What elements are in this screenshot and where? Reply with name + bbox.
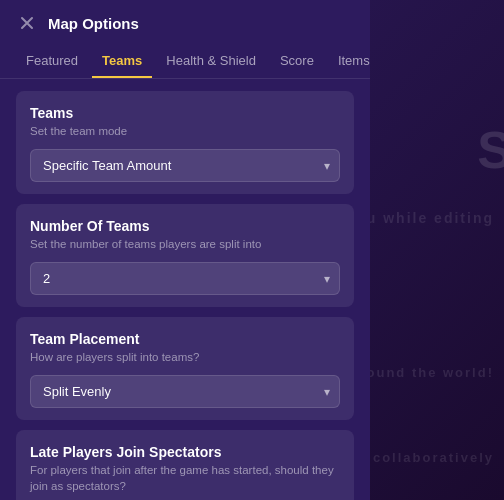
bg-text-1: S [477, 120, 504, 180]
tabs-bar: Featured Teams Health & Shield Score Ite… [0, 44, 370, 79]
teams-select-wrapper: Specific Team Amount No Teams Auto ▾ [30, 149, 340, 182]
teams-title: Teams [30, 105, 340, 121]
panel-title: Map Options [48, 15, 139, 32]
team-placement-select-wrapper: Split Evenly Random Manual ▾ [30, 375, 340, 408]
late-players-section: Late Players Join Spectators For players… [16, 430, 354, 500]
tab-featured[interactable]: Featured [16, 45, 88, 78]
number-of-teams-select-wrapper: 1 2 3 4 ▾ [30, 262, 340, 295]
number-of-teams-section: Number Of Teams Set the number of teams … [16, 204, 354, 307]
tab-items[interactable]: Items [328, 45, 370, 78]
teams-section: Teams Set the team mode Specific Team Am… [16, 91, 354, 194]
team-placement-subtitle: How are players split into teams? [30, 349, 340, 365]
number-of-teams-select[interactable]: 1 2 3 4 [30, 262, 340, 295]
tab-teams[interactable]: Teams [92, 45, 152, 78]
teams-subtitle: Set the team mode [30, 123, 340, 139]
team-placement-select[interactable]: Split Evenly Random Manual [30, 375, 340, 408]
close-button[interactable] [16, 12, 38, 34]
late-players-subtitle: For players that join after the game has… [30, 462, 340, 494]
team-placement-section: Team Placement How are players split int… [16, 317, 354, 420]
team-placement-title: Team Placement [30, 331, 340, 347]
tab-score[interactable]: Score [270, 45, 324, 78]
panel-body: Teams Set the team mode Specific Team Am… [0, 79, 370, 500]
map-options-panel: Map Options Featured Teams Health & Shie… [0, 0, 370, 500]
tab-health-shield[interactable]: Health & Shield [156, 45, 266, 78]
number-of-teams-subtitle: Set the number of teams players are spli… [30, 236, 340, 252]
number-of-teams-title: Number Of Teams [30, 218, 340, 234]
panel-header: Map Options [0, 0, 370, 44]
late-players-title: Late Players Join Spectators [30, 444, 340, 460]
teams-select[interactable]: Specific Team Amount No Teams Auto [30, 149, 340, 182]
